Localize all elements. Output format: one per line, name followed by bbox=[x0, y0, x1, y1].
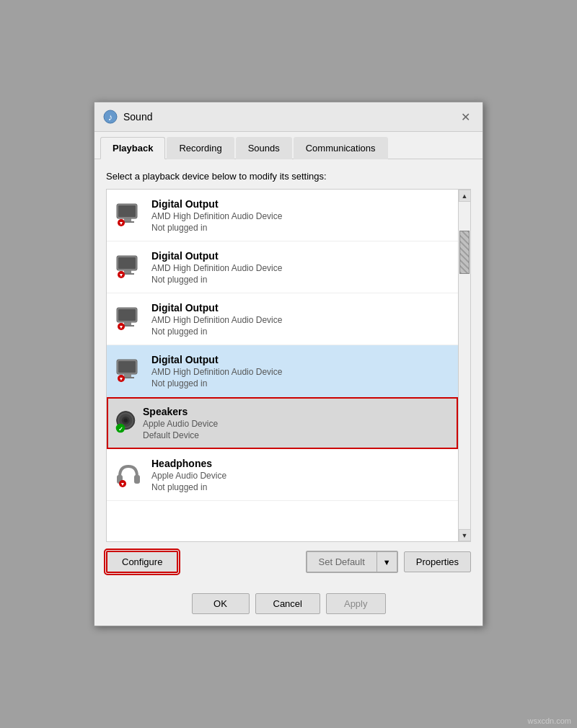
device-name-speakers: Speakers bbox=[143, 406, 218, 417]
device-name-2: Digital Output bbox=[151, 250, 282, 262]
device-subname-2: AMD High Definition Audio Device bbox=[151, 263, 282, 273]
device-icon-monitor-2: ▼ bbox=[114, 253, 143, 282]
device-item-digital-output-1[interactable]: ▼ Digital Output AMD High Definition Aud… bbox=[107, 190, 458, 241]
device-status-3: Not plugged in bbox=[151, 327, 282, 337]
scroll-up-arrow[interactable]: ▲ bbox=[459, 190, 471, 202]
svg-text:✓: ✓ bbox=[118, 425, 123, 432]
svg-rect-4 bbox=[124, 218, 131, 221]
device-info-headphones: Headphones Apple Audio Device Not plugge… bbox=[151, 458, 226, 492]
device-subname-speakers: Apple Audio Device bbox=[143, 419, 218, 429]
tab-recording[interactable]: Recording bbox=[167, 137, 234, 159]
svg-rect-15 bbox=[118, 309, 136, 321]
device-info-1: Digital Output AMD High Definition Audio… bbox=[151, 198, 282, 233]
svg-rect-21 bbox=[118, 361, 136, 373]
svg-rect-16 bbox=[124, 322, 131, 325]
device-info-3: Digital Output AMD High Definition Audio… bbox=[151, 302, 282, 337]
close-button[interactable]: ✕ bbox=[457, 108, 474, 125]
watermark: wsxcdn.com bbox=[527, 716, 571, 725]
window-title: Sound bbox=[123, 111, 152, 123]
sound-dialog: ♪ Sound ✕ Playback Recording Sounds Comm… bbox=[94, 102, 483, 626]
device-icon-speakers: ✓ bbox=[114, 409, 143, 438]
device-item-digital-output-2[interactable]: ▼ Digital Output AMD High Definition Aud… bbox=[107, 241, 458, 293]
device-name-3: Digital Output bbox=[151, 302, 282, 314]
content-area: Select a playback device below to modify… bbox=[94, 159, 483, 585]
device-subname-4: AMD High Definition Audio Device bbox=[151, 367, 282, 377]
cancel-button[interactable]: Cancel bbox=[255, 593, 320, 614]
device-item-digital-output-4[interactable]: ▼ Digital Output AMD High Definition Aud… bbox=[107, 345, 458, 397]
svg-point-29 bbox=[124, 418, 128, 422]
svg-text:▼: ▼ bbox=[119, 272, 124, 278]
device-name-headphones: Headphones bbox=[151, 458, 226, 469]
svg-rect-9 bbox=[118, 257, 136, 269]
monitor-svg-2: ▼ bbox=[114, 253, 141, 280]
svg-rect-3 bbox=[118, 205, 136, 217]
svg-text:▼: ▼ bbox=[120, 481, 125, 487]
device-item-speakers[interactable]: ✓ Speakers Apple Audio Device Default De… bbox=[107, 397, 458, 449]
device-subname-1: AMD High Definition Audio Device bbox=[151, 211, 282, 221]
apply-button[interactable]: Apply bbox=[326, 593, 386, 614]
configure-button[interactable]: Configure bbox=[106, 551, 178, 573]
device-subname-3: AMD High Definition Audio Device bbox=[151, 315, 282, 325]
action-buttons-row: Configure Set Default ▼ Properties bbox=[106, 551, 471, 573]
title-bar: ♪ Sound ✕ bbox=[94, 102, 483, 132]
device-status-4: Not plugged in bbox=[151, 378, 282, 389]
tab-communications[interactable]: Communications bbox=[294, 137, 388, 159]
device-item-digital-output-3[interactable]: ▼ Digital Output AMD High Definition Aud… bbox=[107, 293, 458, 345]
device-name-1: Digital Output bbox=[151, 198, 282, 210]
bottom-buttons-row: OK Cancel Apply bbox=[94, 585, 483, 626]
svg-text:▼: ▼ bbox=[119, 376, 124, 381]
svg-text:♪: ♪ bbox=[108, 112, 113, 123]
device-status-1: Not plugged in bbox=[151, 223, 282, 233]
svg-rect-10 bbox=[124, 270, 131, 273]
device-status-2: Not plugged in bbox=[151, 275, 282, 285]
device-subname-headphones: Apple Audio Device bbox=[151, 471, 226, 481]
svg-text:▼: ▼ bbox=[119, 324, 124, 329]
svg-text:▼: ▼ bbox=[119, 221, 124, 226]
device-status-headphones: Not plugged in bbox=[151, 482, 226, 492]
scroll-track[interactable] bbox=[459, 202, 470, 529]
device-info-speakers: Speakers Apple Audio Device Default Devi… bbox=[143, 406, 218, 440]
sound-title-icon: ♪ bbox=[103, 110, 118, 124]
set-default-button[interactable]: Set Default bbox=[307, 551, 376, 572]
set-default-dropdown-button[interactable]: ▼ bbox=[376, 551, 397, 572]
title-bar-left: ♪ Sound bbox=[103, 110, 152, 124]
device-list-container: ▼ Digital Output AMD High Definition Aud… bbox=[106, 189, 471, 542]
monitor-svg-3: ▼ bbox=[114, 305, 141, 332]
device-info-4: Digital Output AMD High Definition Audio… bbox=[151, 354, 282, 389]
scroll-down-arrow[interactable]: ▼ bbox=[459, 529, 471, 541]
ok-button[interactable]: OK bbox=[192, 593, 250, 614]
device-status-speakers: Default Device bbox=[143, 430, 218, 440]
headphones-svg: ▼ bbox=[114, 461, 143, 489]
device-icon-headphones: ▼ bbox=[114, 461, 143, 489]
instruction-text: Select a playback device below to modify… bbox=[106, 171, 471, 182]
device-name-4: Digital Output bbox=[151, 354, 282, 365]
speaker-svg: ✓ bbox=[114, 409, 140, 435]
device-item-headphones[interactable]: ▼ Headphones Apple Audio Device Not plug… bbox=[107, 449, 458, 501]
device-icon-monitor-1: ▼ bbox=[114, 201, 143, 230]
device-icon-monitor-3: ▼ bbox=[114, 305, 143, 334]
scroll-thumb[interactable] bbox=[459, 231, 470, 274]
tab-bar: Playback Recording Sounds Communications bbox=[94, 132, 483, 159]
tab-playback[interactable]: Playback bbox=[100, 137, 165, 159]
monitor-svg-4: ▼ bbox=[114, 357, 141, 384]
svg-rect-22 bbox=[124, 374, 131, 377]
device-list: ▼ Digital Output AMD High Definition Aud… bbox=[107, 190, 458, 541]
device-icon-monitor-4: ▼ bbox=[114, 357, 143, 386]
tab-sounds[interactable]: Sounds bbox=[236, 137, 292, 159]
device-info-2: Digital Output AMD High Definition Audio… bbox=[151, 250, 282, 285]
monitor-svg-1: ▼ bbox=[114, 201, 141, 228]
set-default-group: Set Default ▼ bbox=[306, 551, 398, 573]
svg-rect-34 bbox=[134, 475, 140, 484]
scrollbar[interactable]: ▲ ▼ bbox=[458, 190, 470, 541]
properties-button[interactable]: Properties bbox=[404, 551, 471, 572]
